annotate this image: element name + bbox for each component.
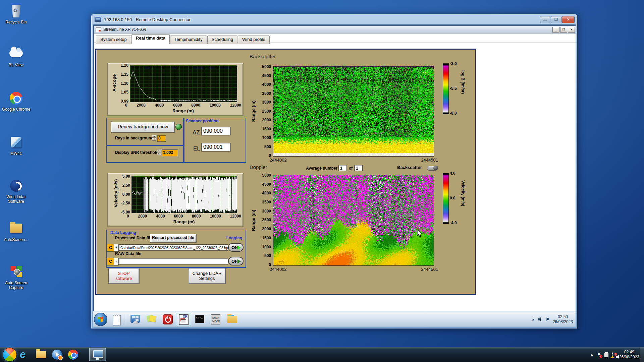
average-total-field[interactable]: 1: [354, 165, 363, 171]
start-button[interactable]: [3, 348, 17, 362]
battery-plug-icon[interactable]: [604, 352, 608, 357]
raw-logging-off-button[interactable]: OFF: [228, 257, 244, 265]
velocity-x-axis-label: Range (m): [131, 219, 236, 224]
taskbar-remote-desktop-active[interactable]: [89, 348, 106, 361]
rays-spinner[interactable]: ▲▼: [152, 135, 156, 141]
restart-processed-file-button[interactable]: Restart processed file: [150, 234, 196, 242]
processed-drive-selector[interactable]: C: [107, 244, 114, 252]
maximize-button[interactable]: ❐: [551, 16, 561, 23]
speaker-icon[interactable]: [538, 317, 542, 321]
remote-taskbar-cmd[interactable]: C:\_: [192, 313, 207, 326]
remote-taskbar-control-panel[interactable]: [127, 313, 143, 326]
remote-taskbar-explorer[interactable]: [224, 313, 239, 326]
tab-temp-humidity[interactable]: Temp/humidity: [170, 36, 207, 44]
rdp-client-area: StreamLine XR v14-6.vi ▁ ❐ ✕ System setu…: [93, 24, 576, 327]
notepad-icon: [113, 315, 121, 325]
doppler-heatmap-canvas: [273, 175, 434, 266]
tick-label: 0.0: [450, 196, 457, 200]
taskbar-chrome[interactable]: [66, 348, 80, 361]
desktop-icon-auto-screen-capture[interactable]: Auto Screen Capture: [0, 264, 32, 290]
folder-icon: [8, 221, 24, 236]
tick-label: 4500: [262, 73, 271, 78]
remote-clock[interactable]: 02:50 26/08/2023: [553, 314, 573, 324]
desktop-icon-label: MW41: [0, 151, 32, 156]
doppler-y-axis-label: Range (m): [251, 208, 256, 233]
rdp-titlebar[interactable]: 192.168.0.150 - Remote Desktop Connectio…: [91, 14, 577, 24]
desktop-icon-bl-view[interactable]: BL-View: [0, 46, 32, 67]
rays-value-field[interactable]: 8: [157, 135, 166, 142]
tick-label: -3.0: [450, 61, 457, 66]
tab-wind-profile[interactable]: Wind profile: [238, 36, 270, 44]
el-value-field[interactable]: 090.001: [201, 143, 231, 152]
stop-line2: software: [109, 276, 139, 281]
average-number-field[interactable]: 1: [338, 165, 347, 171]
remote-taskbar-sticky-notes[interactable]: [144, 313, 159, 326]
desktop-icon-recycle-bin[interactable]: Recycle Bin: [0, 3, 32, 24]
processed-data-file-label: Processed Data file: [115, 236, 152, 240]
remote-taskbar-streamline-xr[interactable]: XR: [176, 313, 191, 326]
rdp-monitor-icon: [95, 17, 101, 22]
renew-background-button[interactable]: Renew background now: [111, 122, 175, 132]
taskbar-internet-explorer[interactable]: e: [18, 348, 32, 361]
close-button[interactable]: ✕: [562, 16, 575, 23]
desktop-icon-mw41[interactable]: MW41: [0, 135, 32, 156]
app-close-button[interactable]: ✕: [568, 27, 575, 33]
desktop-screen: Recycle Bin BL-View Google Chrome MW41 W…: [0, 0, 644, 362]
remote-clock-date: 26/08/2023: [553, 319, 573, 324]
tick-label: 2500: [262, 109, 271, 114]
processed-logging-on-button[interactable]: ON: [228, 243, 244, 252]
desktop-icon-wind-lidar[interactable]: Wind Lidar Software: [0, 178, 32, 204]
remote-start-button[interactable]: [94, 313, 107, 326]
remote-taskbar-notepad[interactable]: [109, 313, 124, 326]
snr-value-field[interactable]: 1.002: [162, 149, 178, 156]
show-hidden-icons-arrow[interactable]: ▲: [590, 352, 593, 357]
doppler-x-ticks: 24440022444501: [270, 267, 438, 272]
tab-scheduling[interactable]: Scheduling: [207, 36, 237, 44]
data-logging-title: Data Logging: [110, 230, 136, 235]
desktop-icon-google-chrome[interactable]: Google Chrome: [0, 90, 32, 112]
tab-real-time-data[interactable]: Real time data: [131, 34, 170, 44]
app-minimize-button[interactable]: ▁: [552, 27, 559, 33]
change-lidar-settings-button[interactable]: Change LiDAR Settings: [188, 268, 226, 284]
ascope-plot-canvas: [130, 65, 237, 102]
raw-path-field[interactable]: [119, 258, 228, 264]
snr-threshold-label: Display SNR threshold: [115, 150, 158, 155]
stop-software-button[interactable]: STOP software: [108, 268, 139, 284]
snr-spinner[interactable]: ▲▼: [157, 149, 161, 155]
minimize-button[interactable]: —: [540, 16, 550, 23]
host-clock[interactable]: 02:49 26/08/2023: [619, 350, 639, 360]
app-restore-button[interactable]: ❐: [560, 27, 567, 33]
tick-label: 0: [269, 153, 271, 158]
show-hidden-icons-arrow[interactable]: ▲: [531, 317, 535, 322]
action-center-flag-icon[interactable]: ⚑✕: [597, 352, 601, 357]
remote-taskbar-power[interactable]: [160, 313, 175, 326]
backscatter-section-title: Backscatter: [250, 54, 276, 59]
processed-path-field[interactable]: C:\Lidar\Data\Proc\2023\202308\20230826\…: [119, 244, 228, 251]
renew-status-led: [175, 124, 182, 130]
tick-label: 0: [125, 103, 127, 108]
tick-label: 0: [127, 214, 129, 219]
action-center-flag-icon[interactable]: ⚑: [545, 317, 550, 322]
settings-line1: Change LiDAR: [189, 271, 225, 276]
desktop-icon-autoscreen[interactable]: AutoScreen...: [0, 221, 32, 242]
tick-label: 8000: [192, 214, 201, 219]
tick-label: 4000: [155, 103, 164, 108]
app-titlebar[interactable]: StreamLine XR v14-6.vi ▁ ❐ ✕: [94, 26, 576, 34]
backscatter-toggle-label: Backscatter: [397, 165, 422, 170]
remote-taskbar-scan-scheduler[interactable]: Scansched: [208, 313, 223, 326]
taskbar-explorer[interactable]: [34, 348, 48, 361]
raw-drive-selector[interactable]: C: [107, 258, 114, 265]
backscatter-colorbar: [443, 63, 449, 114]
show-desktop-button[interactable]: [640, 347, 644, 362]
taskbar-media-player[interactable]: [50, 348, 64, 361]
az-value-field[interactable]: 090.000: [201, 127, 231, 135]
backscatter-toggle-switch[interactable]: [427, 166, 438, 171]
explorer-folder-icon: [227, 316, 237, 323]
backscatter-colorbar-label: log B (/m/sr): [461, 70, 465, 94]
tab-system-setup[interactable]: System setup: [96, 36, 131, 44]
tick-label: 5000: [262, 173, 271, 178]
doppler-colorbar-label: Velocity (m/s): [461, 180, 465, 206]
tick-label: 1500: [262, 127, 271, 131]
device-install-icon[interactable]: [612, 352, 612, 357]
tick-label: 0.00: [122, 192, 130, 197]
